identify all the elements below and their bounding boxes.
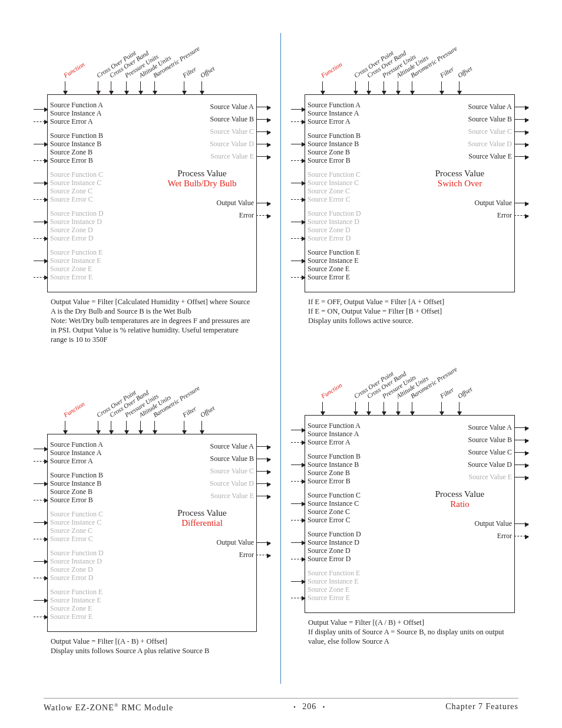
param-arrow-altitude_units: [398, 402, 398, 415]
param-label-filter: Filter: [439, 386, 455, 400]
source-error-C: Source Error C: [50, 535, 93, 543]
arrow-out-icon: [514, 131, 528, 132]
arrow-in-dashed-icon: [34, 539, 48, 539]
source-instance-A: Source Instance A: [308, 109, 361, 117]
param-arrow-cross_over_point: [98, 421, 98, 434]
param-arrow-offset: [459, 81, 459, 94]
source-group-D: Source Function DSource Instance DSource…: [54, 209, 148, 242]
arrow-in-dashed-icon: [291, 277, 305, 278]
source-function-D: Source Function D: [50, 549, 104, 557]
arrow-in-icon: [34, 144, 48, 144]
source-group-E: Source Function ESource Instance ESource…: [311, 569, 405, 602]
source-group-A: Source Function ASource Instance ASource…: [311, 421, 405, 446]
param-arrow-cross_over_band: [111, 421, 111, 434]
source-error-E: Source Error E: [50, 612, 92, 621]
source-group-D: Source Function DSource Instance DSource…: [311, 209, 405, 242]
param-label-function: Function: [320, 61, 343, 79]
source-function-B: Source Function B: [308, 452, 361, 460]
arrow-in-dashed-icon: [34, 121, 48, 122]
source-zone-C: Source Zone C: [50, 526, 103, 535]
arrow-in-dashed-icon: [291, 121, 305, 122]
param-arrow-offset: [201, 81, 202, 94]
source-value-D: Source Value D: [154, 138, 270, 150]
block-title-line2: Ratio: [411, 499, 508, 509]
process-block-wetbulb: Source Function ASource Instance ASource…: [47, 94, 257, 292]
output-error: Error: [475, 530, 528, 542]
source-instance-E: Source Instance E: [308, 256, 360, 265]
source-group-D: Source Function DSource Instance DSource…: [311, 530, 405, 563]
parameter-arrows: FunctionCross Over PointCross Over BandP…: [47, 373, 257, 434]
source-error-A: Source Error A: [308, 117, 351, 126]
source-function-D: Source Function D: [308, 530, 361, 538]
block-title-line2: Differential: [154, 518, 250, 528]
source-function-E: Source Function E: [308, 569, 360, 577]
arrow-in-icon: [291, 222, 305, 222]
source-error-E: Source Error E: [308, 594, 350, 602]
source-error-B: Source Error B: [308, 156, 351, 164]
param-label-offset: Offset: [457, 386, 474, 400]
source-function-A: Source Function A: [308, 421, 361, 430]
arrow-out-icon: [256, 131, 270, 132]
arrow-out-icon: [256, 496, 270, 496]
arrow-in-dashed-icon: [34, 199, 48, 200]
arrow-out-icon: [256, 144, 270, 144]
process-block-ratio: Source Function ASource Instance ASource…: [305, 415, 515, 613]
source-function-D: Source Function D: [50, 209, 104, 218]
arrow-out-icon: [514, 452, 528, 453]
source-instance-D: Source Instance D: [50, 557, 104, 565]
source-error-D: Source Error D: [308, 234, 351, 242]
param-arrow-altitude_units: [398, 81, 398, 94]
source-function-B: Source Function B: [50, 131, 103, 140]
source-zone-D: Source Zone D: [308, 546, 361, 555]
source-instance-C: Source Instance C: [50, 179, 103, 187]
source-function-B: Source Function B: [50, 471, 103, 479]
source-error-D: Source Error D: [50, 574, 93, 582]
arrow-out-dashed-icon: [256, 555, 270, 555]
param-arrow-barometric_pressure: [412, 402, 412, 415]
source-instance-E: Source Instance E: [50, 596, 103, 604]
param-arrow-function: [322, 81, 323, 94]
param-label-function: Function: [62, 400, 86, 419]
param-label-function: Function: [320, 381, 343, 400]
source-instance-A: Source Instance A: [50, 449, 103, 457]
source-instance-C: Source Instance C: [308, 499, 361, 508]
arrow-out-icon: [514, 203, 528, 203]
arrow-out-dashed-icon: [514, 215, 528, 216]
arrow-out-icon: [256, 471, 270, 472]
param-arrow-offset: [201, 421, 202, 434]
source-value-C: Source Value C: [411, 446, 528, 459]
param-arrow-filter: [184, 81, 184, 94]
arrow-in-icon: [34, 561, 48, 562]
output-value: Output Value: [475, 197, 528, 209]
arrow-in-dashed-icon: [291, 160, 305, 161]
arrow-in-icon: [291, 109, 305, 110]
source-error-B: Source Error B: [50, 156, 93, 164]
source-instance-E: Source Instance E: [308, 577, 360, 585]
block-caption: Output Value = Filter [(A - B) + Offset]…: [51, 637, 253, 655]
source-value-D: Source Value D: [154, 477, 270, 490]
source-error-A: Source Error A: [308, 438, 351, 446]
source-instance-B: Source Instance B: [50, 479, 103, 487]
source-instance-C: Source Instance C: [50, 518, 103, 526]
source-error-E: Source Error E: [50, 273, 92, 281]
block-title-line1: Process Value: [154, 508, 250, 518]
arrow-in-icon: [34, 261, 48, 261]
arrow-out-icon: [514, 523, 528, 524]
source-value-B: Source Value B: [411, 113, 528, 126]
source-zone-C: Source Zone C: [308, 508, 361, 516]
source-value-E: Source Value E: [154, 490, 270, 502]
source-group-A: Source Function ASource Instance ASource…: [54, 101, 148, 126]
param-arrow-barometric_pressure: [154, 81, 155, 94]
source-zone-B: Source Zone B: [308, 469, 361, 477]
block-title: Process ValueDifferential: [154, 508, 250, 528]
arrow-out-icon: [514, 156, 528, 157]
footer-page-number: • 206 •: [173, 702, 445, 713]
source-function-A: Source Function A: [50, 101, 103, 109]
arrow-in-dashed-icon: [291, 481, 305, 482]
source-function-C: Source Function C: [50, 170, 103, 179]
arrow-in-icon: [34, 600, 48, 601]
source-group-A: Source Function ASource Instance ASource…: [54, 440, 148, 465]
source-group-E: Source Function ESource Instance ESource…: [54, 248, 148, 281]
source-value-B: Source Value B: [154, 113, 270, 126]
arrow-out-icon: [514, 440, 528, 440]
